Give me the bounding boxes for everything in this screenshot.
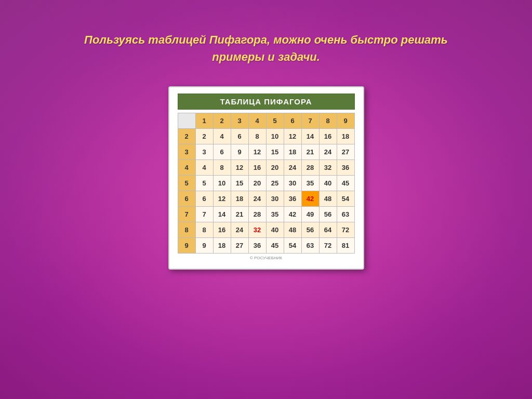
table-cell: 6	[195, 191, 213, 207]
table-cell: 7	[195, 207, 213, 222]
table-cell: 72	[337, 222, 354, 238]
table-cell: 30	[266, 191, 284, 207]
table-cell: 3	[195, 144, 213, 160]
table-cell: 28	[301, 160, 319, 176]
row-label: 3	[178, 144, 195, 160]
table-cell: 48	[284, 222, 301, 238]
table-cell: 36	[248, 238, 266, 254]
table-cell: 81	[337, 238, 354, 254]
table-cell: 4	[213, 129, 231, 144]
table-cell: 72	[319, 238, 337, 254]
table-cell: 45	[266, 238, 284, 254]
footer-note: © РОСУЧЕБНИК	[178, 256, 355, 260]
row-label: 4	[178, 160, 195, 176]
table-cell: 4	[195, 160, 213, 176]
table-cell: 10	[213, 176, 231, 191]
table-cell: 21	[231, 207, 248, 222]
row-label: 6	[178, 191, 195, 207]
row-label: 2	[178, 129, 195, 144]
table-cell: 5	[195, 176, 213, 191]
table-cell: 8	[213, 160, 231, 176]
heading-line2: примеры и задачи.	[212, 50, 320, 63]
table-cell: 32	[319, 160, 337, 176]
heading-line1: Пользуясь таблицей Пифагора, можно очень…	[84, 33, 448, 46]
table-cell: 27	[337, 144, 354, 160]
table-cell: 15	[231, 176, 248, 191]
row-label: 7	[178, 207, 195, 222]
pythagoras-table-card: ТАБЛИЦА ПИФАГОРА 12345678922468101214161…	[168, 86, 364, 270]
table-cell: 54	[337, 191, 354, 207]
table-cell: 35	[301, 176, 319, 191]
row-label: 5	[178, 176, 195, 191]
table-cell: 40	[319, 176, 337, 191]
table-cell: 32	[248, 222, 266, 238]
header-cell: 5	[266, 113, 284, 129]
header-cell: 8	[319, 113, 337, 129]
table-cell: 36	[284, 191, 301, 207]
table-cell: 64	[319, 222, 337, 238]
table-cell: 16	[319, 129, 337, 144]
table-cell: 63	[301, 238, 319, 254]
table-cell: 35	[266, 207, 284, 222]
header-cell: 1	[195, 113, 213, 129]
table-cell: 20	[248, 176, 266, 191]
header-cell: 4	[248, 113, 266, 129]
table-cell: 12	[231, 160, 248, 176]
table-cell: 16	[213, 222, 231, 238]
table-cell: 8	[195, 222, 213, 238]
header-cell: 2	[213, 113, 231, 129]
table-cell: 9	[231, 144, 248, 160]
multiplication-table: 1234567892246810121416183369121518212427…	[178, 113, 355, 254]
table-cell: 16	[248, 160, 266, 176]
table-cell: 14	[213, 207, 231, 222]
table-cell: 8	[248, 129, 266, 144]
table-cell: 6	[213, 144, 231, 160]
table-cell: 18	[231, 191, 248, 207]
table-cell: 30	[284, 176, 301, 191]
table-cell: 15	[266, 144, 284, 160]
table-cell: 42	[284, 207, 301, 222]
table-cell: 56	[301, 222, 319, 238]
table-cell: 27	[231, 238, 248, 254]
header-cell: 9	[337, 113, 354, 129]
table-cell: 9	[195, 238, 213, 254]
table-title: ТАБЛИЦА ПИФАГОРА	[178, 94, 355, 110]
table-cell: 54	[284, 238, 301, 254]
table-cell: 49	[301, 207, 319, 222]
table-cell: 6	[231, 129, 248, 144]
table-cell: 18	[213, 238, 231, 254]
table-cell: 18	[337, 129, 354, 144]
header-cell: 6	[284, 113, 301, 129]
table-cell: 14	[301, 129, 319, 144]
table-cell: 25	[266, 176, 284, 191]
main-heading: Пользуясь таблицей Пифагора, можно очень…	[84, 31, 448, 65]
table-cell: 24	[284, 160, 301, 176]
table-cell: 40	[266, 222, 284, 238]
table-cell: 24	[248, 191, 266, 207]
row-label: 8	[178, 222, 195, 238]
table-cell: 63	[337, 207, 354, 222]
table-cell: 28	[248, 207, 266, 222]
table-cell: 21	[301, 144, 319, 160]
table-cell: 36	[337, 160, 354, 176]
table-cell: 12	[213, 191, 231, 207]
table-cell: 24	[319, 144, 337, 160]
table-cell: 48	[319, 191, 337, 207]
table-cell: 18	[284, 144, 301, 160]
table-cell: 10	[266, 129, 284, 144]
table-cell: 24	[231, 222, 248, 238]
table-cell: 2	[195, 129, 213, 144]
table-cell: 42	[301, 191, 319, 207]
table-cell: 56	[319, 207, 337, 222]
row-label: 9	[178, 238, 195, 254]
table-cell: 20	[266, 160, 284, 176]
table-cell: 12	[284, 129, 301, 144]
table-cell: 12	[248, 144, 266, 160]
header-cell: 7	[301, 113, 319, 129]
header-cell: 3	[231, 113, 248, 129]
table-cell: 45	[337, 176, 354, 191]
